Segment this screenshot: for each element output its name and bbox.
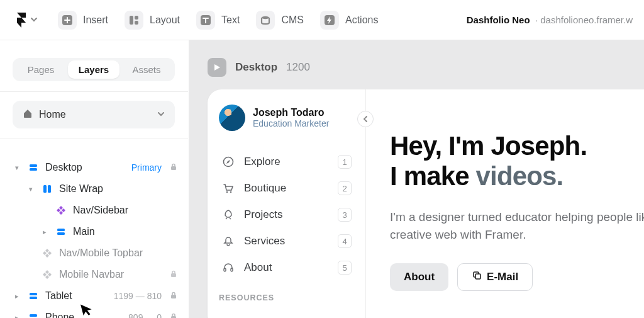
panel-tabs: Pages Layers Assets (13, 58, 175, 81)
component-icon (42, 270, 53, 279)
layer-label: Site Wrap (59, 183, 179, 195)
stack-icon (28, 162, 39, 173)
nav-about[interactable]: About 5 (219, 256, 354, 280)
hero-line2b: videos. (476, 161, 564, 191)
app-menu-button[interactable] (11, 10, 42, 30)
layer-nav-sidebar[interactable]: Nav/Sidebar (13, 200, 183, 221)
layer-mobile-navbar[interactable]: Mobile Navbar (13, 264, 183, 285)
home-icon (23, 108, 33, 121)
layout-icon (125, 11, 143, 30)
cart-icon (221, 183, 235, 194)
layer-label: Desktop (45, 162, 125, 173)
text-icon (196, 11, 215, 30)
layer-desktop[interactable]: ▾ Desktop Primary (13, 157, 183, 178)
svg-rect-1 (130, 16, 133, 25)
layout-label: Layout (150, 14, 180, 26)
play-icon[interactable] (208, 58, 226, 77)
page-selector-label: Home (39, 109, 151, 120)
page-selector[interactable]: Home (13, 101, 175, 128)
bolt-icon (320, 11, 339, 30)
layer-nav-mobile[interactable]: Nav/Mobile Topbar (13, 242, 183, 264)
cms-label: CMS (281, 14, 304, 26)
svg-rect-25 (231, 268, 233, 271)
profile-name: Joseph Todaro (253, 107, 329, 118)
device-label: Desktop (235, 61, 277, 74)
svg-rect-12 (57, 229, 65, 231)
svg-rect-24 (224, 268, 226, 271)
site-nav: Explore 1 Boutique 2 Projects 3 (219, 150, 354, 280)
caret-down-icon: ▾ (26, 185, 35, 193)
component-icon (42, 249, 53, 258)
collapse-sidebar-button[interactable] (357, 111, 374, 127)
top-toolbar: Insert Layout Text CMS Actions Dashfolio… (0, 0, 644, 40)
caret-right-icon: ▸ (13, 292, 21, 300)
component-icon (55, 206, 67, 215)
svg-rect-2 (135, 16, 138, 20)
site-main: Hey, I'm Joseph. I make videos. I'm a de… (366, 89, 644, 318)
tab-pages[interactable]: Pages (15, 60, 67, 79)
nav-key: 1 (338, 155, 352, 169)
layer-tablet[interactable]: ▸ Tablet 1199 — 810 (13, 285, 183, 307)
tab-assets[interactable]: Assets (121, 60, 172, 79)
primary-badge: Primary (131, 162, 162, 173)
profile[interactable]: Joseph Todaro Education Marketer (219, 105, 354, 131)
nav-explore[interactable]: Explore 1 (219, 150, 354, 174)
artboard-desktop[interactable]: Joseph Todaro Education Marketer Explore… (208, 89, 644, 318)
rocket-icon (221, 209, 235, 220)
chevron-down-icon (30, 14, 38, 26)
columns-icon (42, 184, 53, 194)
nav-services[interactable]: Services 4 (219, 229, 354, 253)
project-name: Dashfolio Neo (467, 14, 530, 25)
svg-point-22 (226, 191, 228, 193)
insert-label: Insert (83, 14, 108, 26)
layer-phone[interactable]: ▸ Phone 809 — 0 (13, 307, 183, 318)
plus-icon (58, 11, 77, 30)
site-sidebar: Joseph Todaro Education Marketer Explore… (208, 89, 366, 318)
nav-label: Boutique (244, 182, 329, 195)
breakpoint-range: 809 — 0 (128, 312, 162, 318)
nav-projects[interactable]: Projects 3 (219, 203, 354, 227)
text-button[interactable]: Text (196, 11, 240, 30)
lock-icon (168, 269, 179, 280)
nav-boutique[interactable]: Boutique 2 (219, 176, 354, 200)
chevron-down-icon (157, 109, 165, 120)
about-button[interactable]: About (390, 263, 448, 291)
actions-button[interactable]: Actions (320, 11, 378, 30)
svg-rect-8 (30, 168, 37, 171)
svg-rect-13 (57, 232, 65, 235)
svg-rect-11 (48, 185, 51, 193)
caret-right-icon: ▸ (13, 314, 21, 319)
tab-layers[interactable]: Layers (68, 60, 119, 79)
layer-tree: ▾ Desktop Primary ▾ Site Wrap (13, 157, 183, 318)
lock-icon (168, 290, 179, 302)
cms-button[interactable]: CMS (256, 11, 304, 30)
svg-rect-17 (171, 295, 176, 298)
project-title[interactable]: Dashfolio Neo · dashfolioneo.framer.w (467, 14, 633, 25)
layer-site-wrap[interactable]: ▾ Site Wrap (13, 178, 183, 200)
hero-line1: Hey, I'm Joseph. (390, 131, 587, 161)
layer-label: Nav/Sidebar (73, 205, 179, 216)
caret-right-icon: ▸ (40, 228, 49, 236)
nav-key: 4 (338, 234, 352, 248)
insert-button[interactable]: Insert (58, 11, 108, 30)
project-url: dashfolioneo.framer.w (540, 14, 633, 25)
hero-line2a: I make (390, 161, 476, 191)
svg-point-5 (262, 16, 269, 18)
bell-icon (221, 236, 235, 247)
stack-icon (28, 312, 39, 318)
canvas-area[interactable]: Desktop 1200 Joseph Todaro Education Mar… (189, 40, 644, 318)
device-width: 1200 (286, 61, 310, 74)
nav-label: Explore (244, 156, 329, 168)
lock-icon (168, 312, 179, 318)
email-button[interactable]: E-Mail (457, 263, 533, 291)
breakpoint-bar[interactable]: Desktop 1200 (208, 58, 644, 77)
avatar (219, 105, 245, 131)
layer-label: Main (73, 226, 179, 237)
svg-rect-15 (30, 293, 37, 295)
nav-key: 3 (338, 208, 352, 222)
text-label: Text (221, 14, 240, 26)
nav-key: 2 (338, 181, 352, 195)
layout-button[interactable]: Layout (125, 11, 180, 30)
layer-label: Mobile Navbar (59, 269, 162, 280)
layer-main[interactable]: ▸ Main (13, 221, 183, 242)
